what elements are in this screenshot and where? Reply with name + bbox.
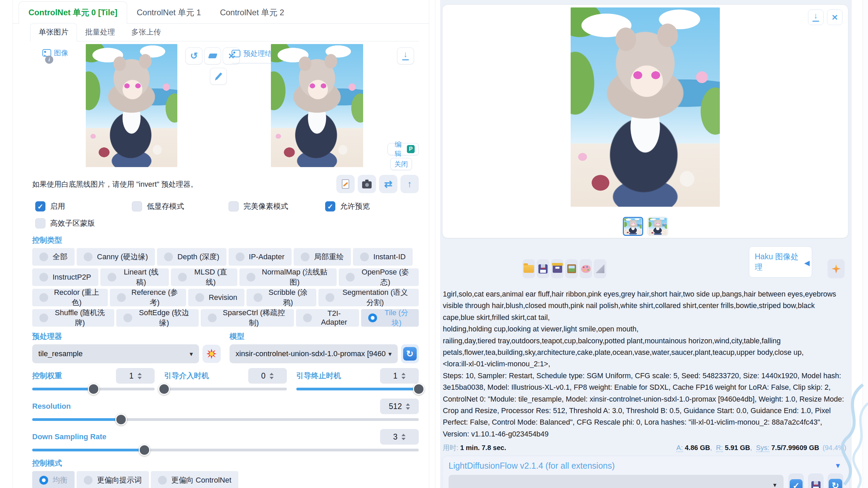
control-type-option[interactable]: NormalMap (法线贴图)	[239, 268, 337, 286]
control-type-option[interactable]: Scribble (涂鸦)	[246, 289, 316, 306]
control-type-option[interactable]: Recolor (重上色)	[32, 289, 108, 306]
model-dropdown[interactable]: xinsir-controlnet-union-sdxl-1.0-promax …	[230, 344, 398, 363]
slider-track[interactable]	[32, 449, 419, 451]
control-type-option[interactable]: Shuffle (随机洗牌)	[32, 309, 114, 327]
control-type-option[interactable]: IP-Adapter	[229, 248, 292, 266]
slider-track[interactable]	[32, 418, 419, 421]
checkbox[interactable]: 启用	[32, 201, 129, 211]
slider-handle[interactable]	[139, 444, 150, 456]
refresh-models-button[interactable]	[401, 344, 419, 363]
input-image[interactable]	[86, 44, 177, 167]
control-type-option[interactable]: MLSD (直线)	[171, 268, 237, 286]
control-mode-option[interactable]: 均衡	[32, 471, 75, 488]
stepper[interactable]	[401, 373, 406, 379]
viewer-tool-button[interactable]	[827, 9, 843, 25]
number-input[interactable]: 3	[380, 429, 419, 445]
haku-image-process-button[interactable]: Haku 图像处理	[749, 246, 812, 278]
sparkles-button[interactable]	[828, 259, 845, 278]
checkbox[interactable]: 完美像素模式	[225, 201, 322, 211]
controlnet-unit-tab[interactable]: ControlNet 单元 1	[127, 2, 210, 23]
control-type-option[interactable]: OpenPose (姿态)	[339, 268, 419, 286]
stepper[interactable]	[406, 403, 410, 410]
download-preview-button[interactable]	[397, 47, 414, 64]
generation-info[interactable]: 1girl,solo,cat ears,animal ear fluff,hai…	[442, 288, 850, 440]
control-type-option[interactable]: InstructP2P	[32, 268, 98, 286]
control-type-option[interactable]: Lineart (线稿)	[100, 268, 169, 286]
gallery-action-button[interactable]	[594, 259, 606, 278]
control-type-option[interactable]: 全部	[32, 248, 75, 266]
canvas-tool-button[interactable]	[185, 47, 202, 64]
ldf-button[interactable]	[788, 473, 804, 488]
gallery-action-button[interactable]	[551, 259, 564, 278]
checkbox-box[interactable]	[325, 201, 335, 211]
viewer-tool-button[interactable]	[808, 9, 824, 25]
checkbox[interactable]: 允许预览	[322, 201, 419, 211]
slider-track[interactable]	[164, 388, 287, 390]
stepper[interactable]	[270, 373, 274, 379]
checkbox-box[interactable]	[35, 201, 45, 211]
input-mode-tab[interactable]: 批量处理	[77, 23, 123, 41]
number-input[interactable]: 0	[248, 368, 287, 384]
stepper[interactable]	[401, 434, 406, 440]
thumbnail-image[interactable]	[624, 218, 642, 235]
tool-button[interactable]	[336, 175, 355, 193]
number-input[interactable]: 1	[116, 368, 155, 384]
control-type-option[interactable]: Canny (硬边缘)	[77, 248, 155, 266]
edit-button[interactable]: 编辑	[388, 143, 419, 155]
input-mode-tab[interactable]: 多张上传	[123, 23, 169, 41]
tool-button[interactable]	[358, 175, 376, 193]
control-type-option[interactable]: T2I-Adapter	[296, 309, 359, 327]
number-value: 3	[393, 432, 398, 442]
ldf-button[interactable]	[808, 473, 824, 488]
ldf-dropdown[interactable]	[449, 475, 784, 488]
ldf-button[interactable]	[828, 473, 843, 488]
control-type-option[interactable]: Segmentation (语义分割)	[318, 289, 419, 306]
thumbnail-image[interactable]	[649, 218, 667, 235]
tool-button[interactable]	[400, 175, 419, 193]
controlnet-unit-tab[interactable]: ControlNet 单元 0 [Tile]	[19, 1, 127, 24]
slider-handle[interactable]	[158, 383, 170, 395]
slider-handle[interactable]	[115, 414, 127, 425]
control-type-option[interactable]: Revision	[188, 289, 244, 306]
radio-icon	[107, 273, 116, 282]
gallery-action-button[interactable]	[522, 259, 535, 278]
generated-image[interactable]	[571, 7, 720, 207]
stepper[interactable]	[138, 373, 142, 379]
checkbox-box[interactable]	[35, 218, 45, 228]
control-type-option[interactable]: Reference (参考)	[110, 289, 186, 306]
checkbox[interactable]: 低显存模式	[129, 201, 225, 211]
control-mode-option[interactable]: 更偏向 ControlNet	[151, 471, 238, 488]
gallery-thumbnail[interactable]	[623, 217, 643, 236]
gallery-action-button[interactable]	[537, 259, 549, 278]
gallery-action-button[interactable]	[565, 259, 578, 278]
checkbox-box[interactable]	[229, 201, 239, 211]
preprocessor-dropdown[interactable]: tile_resample	[32, 344, 199, 363]
control-type-option[interactable]: Instant-ID	[353, 248, 413, 266]
scrollbar-gutter[interactable]	[863, 0, 868, 488]
close-button[interactable]: 关闭	[390, 158, 412, 170]
controlnet-unit-tab[interactable]: ControlNet 单元 2	[211, 2, 294, 23]
slider-track[interactable]	[296, 388, 419, 390]
checkbox[interactable]: 高效子区蒙版	[32, 218, 130, 228]
control-type-option[interactable]: 局部重绘	[294, 248, 351, 266]
input-mode-tab[interactable]: 单张图片	[30, 23, 77, 41]
number-input[interactable]: 1	[380, 368, 419, 384]
brush-button[interactable]	[210, 68, 227, 85]
slider-handle[interactable]	[88, 383, 99, 395]
gallery-action-button[interactable]	[579, 259, 592, 278]
control-type-option[interactable]: Depth (深度)	[157, 248, 226, 266]
checkbox-box[interactable]	[132, 201, 142, 211]
slider-handle[interactable]	[413, 383, 425, 395]
run-preprocessor-button[interactable]	[202, 345, 221, 363]
gallery-thumbnail[interactable]	[648, 217, 668, 236]
canvas-tool-button[interactable]	[204, 47, 221, 64]
preview-image[interactable]	[271, 44, 363, 167]
control-type-option[interactable]: SparseCtrl (稀疏控制)	[201, 309, 294, 327]
slider-track[interactable]	[32, 388, 155, 390]
control-type-option[interactable]: Tile (分块)	[361, 309, 419, 327]
control-type-option[interactable]: SoftEdge (软边缘)	[116, 309, 198, 327]
accordion-header[interactable]: LightDiffusionFlow v2.1.4 (for all exten…	[449, 461, 843, 471]
tool-button[interactable]	[379, 175, 397, 193]
number-input[interactable]: 512	[380, 399, 419, 414]
control-mode-option[interactable]: 更偏向提示词	[77, 471, 149, 488]
